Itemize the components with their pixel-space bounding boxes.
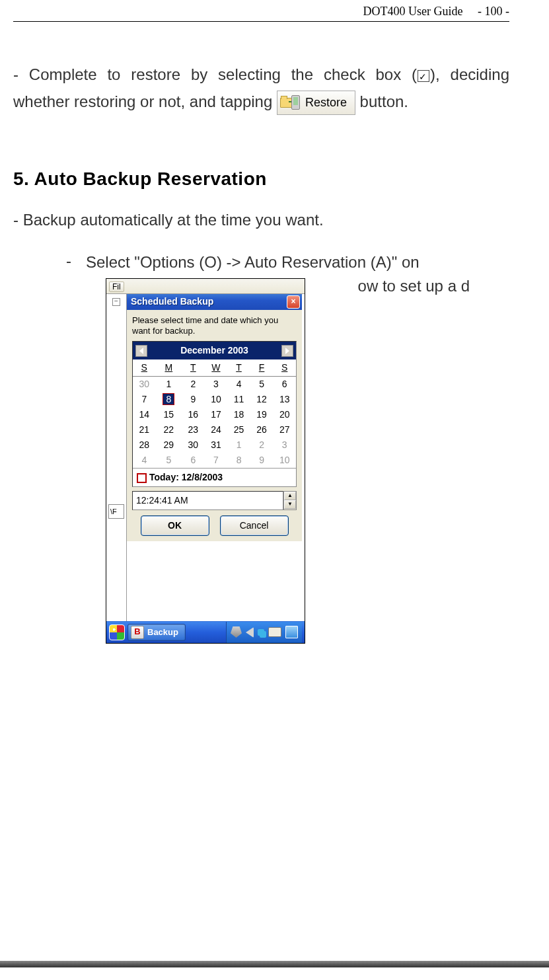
cal-day-cell[interactable]: 20 — [273, 407, 296, 422]
app-icon: B — [131, 626, 144, 639]
calendar[interactable]: December 2003 SMTWTFS 301234567891011121… — [132, 341, 297, 487]
cal-day-cell[interactable]: 30 — [133, 377, 156, 393]
bullet-text: Select "Options (O) -> Auto Reservation … — [86, 250, 470, 274]
cal-day-cell[interactable]: 6 — [182, 453, 205, 468]
cal-day-cell[interactable]: 24 — [205, 422, 228, 437]
restore-button[interactable]: Restore — [277, 91, 355, 115]
cal-day-cell[interactable]: 8 — [156, 392, 182, 407]
para1-a: - Complete to restore by selecting the c… — [13, 65, 417, 83]
cal-day-cell[interactable]: 4 — [227, 377, 250, 393]
cal-day-cell[interactable]: 5 — [250, 377, 274, 393]
tray-keyboard-icon[interactable] — [268, 627, 281, 637]
spin-down-icon[interactable]: ▼ — [284, 500, 296, 509]
cal-day-header: F — [250, 359, 274, 377]
chevron-left-icon — [139, 348, 143, 354]
restore-icon — [280, 95, 300, 110]
cal-day-cell[interactable]: 10 — [273, 453, 296, 468]
header-title: DOT400 User Guide — [363, 5, 463, 18]
cal-day-cell[interactable]: 11 — [227, 392, 250, 407]
cal-day-cell[interactable]: 13 — [273, 392, 296, 407]
cal-day-cell[interactable]: 16 — [182, 407, 205, 422]
tray-desktop-icon[interactable] — [285, 626, 298, 638]
cal-day-cell[interactable]: 2 — [182, 377, 205, 393]
system-tray — [226, 622, 302, 643]
tray-tool-icon[interactable] — [231, 626, 242, 638]
cal-day-cell[interactable]: 19 — [250, 407, 274, 422]
page-header: DOT400 User Guide - 100 - — [13, 0, 509, 22]
cal-day-cell[interactable]: 8 — [227, 453, 250, 468]
file-menu-btn[interactable]: Fil — [109, 282, 124, 292]
cal-day-cell[interactable]: 6 — [273, 377, 296, 393]
cal-next-button[interactable] — [281, 345, 293, 357]
dialog-titlebar: Scheduled Backup × — [127, 294, 302, 310]
cal-day-cell[interactable]: 15 — [156, 407, 182, 422]
menubar: Fil — [106, 279, 305, 294]
dialog-title: Scheduled Backup — [131, 295, 213, 309]
cal-day-cell[interactable]: 29 — [156, 437, 182, 453]
tray-volume-icon[interactable] — [246, 627, 254, 638]
cal-day-cell[interactable]: 2 — [250, 437, 274, 453]
tree-collapse-icon[interactable]: − — [112, 298, 120, 306]
time-input[interactable]: 12:24:41 AM — [132, 491, 283, 510]
cal-day-cell[interactable]: 14 — [133, 407, 156, 422]
cal-day-header: W — [205, 359, 228, 377]
cal-day-cell[interactable]: 23 — [182, 422, 205, 437]
cal-day-cell[interactable]: 30 — [182, 437, 205, 453]
today-marker-icon — [137, 473, 147, 483]
cal-prev-button[interactable] — [135, 345, 147, 357]
para1-c: button. — [355, 93, 408, 110]
left-tree-panel: − \F — [106, 294, 127, 621]
cal-day-cell[interactable]: 3 — [273, 437, 296, 453]
cal-day-cell[interactable]: 5 — [156, 453, 182, 468]
cal-day-cell[interactable]: 26 — [250, 422, 274, 437]
cal-day-cell[interactable]: 1 — [156, 377, 182, 393]
close-button[interactable]: × — [287, 295, 300, 309]
spin-up-icon[interactable]: ▲ — [284, 492, 296, 500]
cal-day-cell[interactable]: 12 — [250, 392, 274, 407]
scheduled-backup-screenshot: Fil − \F Scheduled Backup × Please selec… — [106, 278, 305, 644]
chevron-right-icon — [285, 348, 289, 354]
cal-today-row[interactable]: Today: 12/8/2003 — [133, 468, 296, 486]
bullet-text-b: ow to set up a d — [358, 274, 470, 298]
cal-day-header: M — [156, 359, 182, 377]
section-subline: - Backup automatically at the time you w… — [13, 211, 509, 229]
time-spinner[interactable]: ▲ ▼ — [283, 491, 297, 510]
page-footer-bar — [0, 961, 549, 967]
calendar-grid: SMTWTFS 30123456789101112131415161718192… — [133, 359, 296, 468]
cal-day-header: T — [227, 359, 250, 377]
cal-day-cell[interactable]: 7 — [205, 453, 228, 468]
cal-day-cell[interactable]: 25 — [227, 422, 250, 437]
cal-day-cell[interactable]: 21 — [133, 422, 156, 437]
cal-day-cell[interactable]: 27 — [273, 422, 296, 437]
tray-network-icon[interactable] — [258, 629, 264, 636]
cancel-button[interactable]: Cancel — [220, 515, 289, 536]
cal-day-header: S — [273, 359, 296, 377]
checkbox-icon — [418, 70, 429, 82]
cal-day-cell[interactable]: 28 — [133, 437, 156, 453]
paragraph-restore: - Complete to restore by selecting the c… — [13, 61, 509, 116]
header-page: - 100 - — [478, 5, 509, 18]
path-field[interactable]: \F — [108, 504, 124, 519]
taskbar: B Backup — [106, 621, 305, 643]
cal-day-cell[interactable]: 9 — [182, 392, 205, 407]
cal-day-cell[interactable]: 18 — [227, 407, 250, 422]
dialog-instruction: Please select time and date which you wa… — [132, 315, 297, 337]
cal-day-cell[interactable]: 1 — [227, 437, 250, 453]
cal-day-cell[interactable]: 4 — [133, 453, 156, 468]
ok-button[interactable]: OK — [141, 515, 209, 536]
bullet-dash: - — [66, 250, 71, 644]
restore-button-label: Restore — [305, 93, 347, 113]
cal-day-cell[interactable]: 22 — [156, 422, 182, 437]
cal-day-header: T — [182, 359, 205, 377]
cal-day-cell[interactable]: 31 — [205, 437, 228, 453]
start-button-icon[interactable] — [109, 624, 125, 640]
cal-day-cell[interactable]: 17 — [205, 407, 228, 422]
taskbar-app-button[interactable]: B Backup — [128, 624, 186, 641]
cal-day-cell[interactable]: 7 — [133, 392, 156, 407]
cal-day-cell[interactable]: 3 — [205, 377, 228, 393]
cal-day-cell[interactable]: 9 — [250, 453, 274, 468]
cal-day-cell[interactable]: 10 — [205, 392, 228, 407]
section-title: 5. Auto Backup Reservation — [13, 169, 509, 190]
bullet-text-a: Select "Options (O) -> Auto Reservation … — [86, 253, 420, 271]
cal-month-label: December 2003 — [180, 344, 248, 358]
